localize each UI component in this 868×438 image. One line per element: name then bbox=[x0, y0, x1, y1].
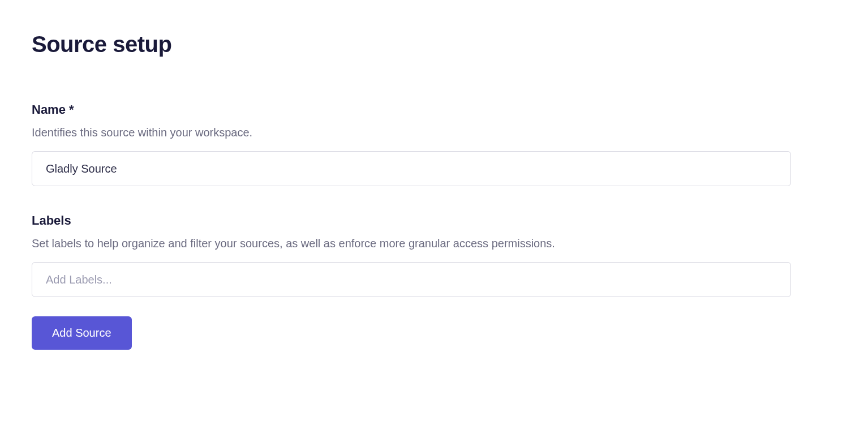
name-label: Name * bbox=[32, 102, 836, 117]
name-helper-text: Identifies this source within your works… bbox=[32, 124, 836, 141]
labels-helper-text: Set labels to help organize and filter y… bbox=[32, 235, 836, 252]
page-title: Source setup bbox=[32, 32, 836, 57]
labels-input[interactable] bbox=[32, 262, 791, 297]
name-field-group: Name * Identifies this source within you… bbox=[32, 102, 836, 186]
add-source-button[interactable]: Add Source bbox=[32, 316, 132, 350]
labels-label: Labels bbox=[32, 213, 836, 228]
name-input[interactable] bbox=[32, 151, 791, 186]
labels-field-group: Labels Set labels to help organize and f… bbox=[32, 213, 836, 297]
